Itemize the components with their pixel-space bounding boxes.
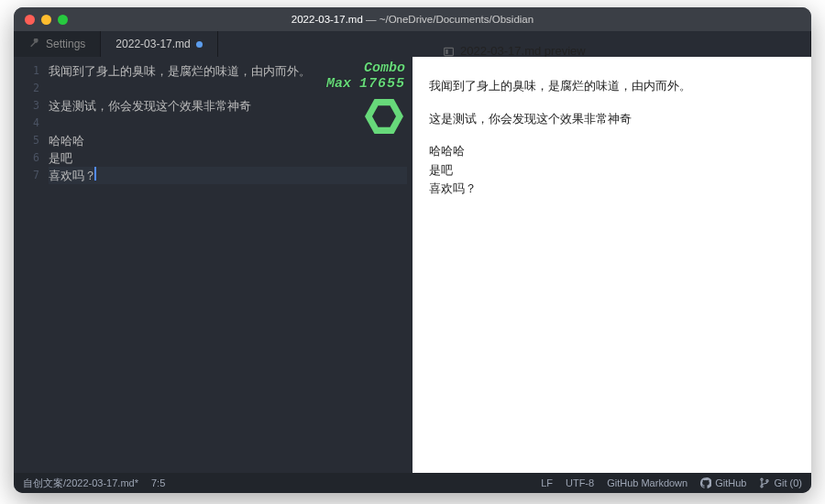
- tab-label: Settings: [46, 38, 85, 50]
- title-filename: 2022-03-17.md: [292, 14, 363, 25]
- status-github[interactable]: GitHub: [700, 477, 746, 488]
- code-line: 喜欢吗？: [49, 167, 407, 184]
- preview-paragraph: 这是测试，你会发现这个效果非常神奇: [429, 110, 795, 128]
- tab-editor[interactable]: 2022-03-17.md: [101, 31, 217, 57]
- status-git-label: Git (0): [774, 477, 802, 488]
- code-line: 是吧: [49, 149, 407, 167]
- titlebar: 2022-03-17.md — ~/OneDrive/Documents/Obs…: [14, 7, 811, 31]
- editor-pane[interactable]: 1234567 我闻到了身上的臭味，是腐烂的味道，由内而外。 这是测试，你会发现…: [14, 57, 412, 473]
- git-branch-icon: [759, 477, 770, 488]
- status-github-label: GitHub: [715, 477, 746, 488]
- modified-dot-icon: [196, 41, 203, 48]
- tab-settings[interactable]: Settings: [14, 31, 101, 57]
- svg-point-4: [766, 480, 768, 482]
- status-git[interactable]: Git (0): [759, 477, 802, 488]
- combo-hex-icon: [365, 97, 403, 136]
- combo-max-value: 17655: [359, 76, 405, 92]
- app-window: 2022-03-17.md — ~/OneDrive/Documents/Obs…: [14, 7, 811, 493]
- preview-line: 哈哈哈: [429, 142, 795, 160]
- combo-label: Combo: [326, 60, 405, 76]
- preview-icon: [443, 46, 455, 58]
- preview-line: 喜欢吗？: [429, 180, 795, 198]
- status-breadcrumb[interactable]: 自创文案/2022-03-17.md*: [23, 477, 138, 490]
- editor-body: 1234567 我闻到了身上的臭味，是腐烂的味道，由内而外。 这是测试，你会发现…: [14, 57, 811, 473]
- status-bar: 自创文案/2022-03-17.md* 7:5 LF UTF-8 GitHub …: [14, 473, 811, 493]
- preview-pane: 我闻到了身上的臭味，是腐烂的味道，由内而外。 这是测试，你会发现这个效果非常神奇…: [412, 57, 811, 473]
- status-encoding[interactable]: UTF-8: [566, 477, 594, 488]
- text-cursor: [94, 167, 96, 181]
- status-cursor-position[interactable]: 7:5: [151, 477, 165, 488]
- svg-rect-1: [446, 49, 447, 54]
- tab-bar: Settings 2022-03-17.md 2022-03-17.md pre…: [14, 31, 811, 57]
- line-number-gutter: 1234567: [14, 57, 49, 473]
- combo-overlay: Combo Max 17655: [326, 60, 405, 136]
- window-title: 2022-03-17.md — ~/OneDrive/Documents/Obs…: [14, 14, 811, 25]
- tab-label: 2022-03-17.md: [116, 38, 190, 50]
- title-path: — ~/OneDrive/Documents/Obsidian: [363, 14, 534, 25]
- github-icon: [700, 477, 711, 488]
- svg-point-2: [761, 478, 763, 480]
- combo-max-label: Max: [326, 76, 351, 92]
- status-grammar[interactable]: GitHub Markdown: [607, 477, 688, 488]
- wrench-icon: [28, 38, 40, 50]
- preview-line: 是吧: [429, 161, 795, 180]
- status-eol[interactable]: LF: [541, 477, 553, 488]
- svg-rect-0: [445, 48, 454, 55]
- svg-point-3: [761, 486, 763, 488]
- preview-paragraph: 我闻到了身上的臭味，是腐烂的味道，由内而外。: [429, 77, 795, 95]
